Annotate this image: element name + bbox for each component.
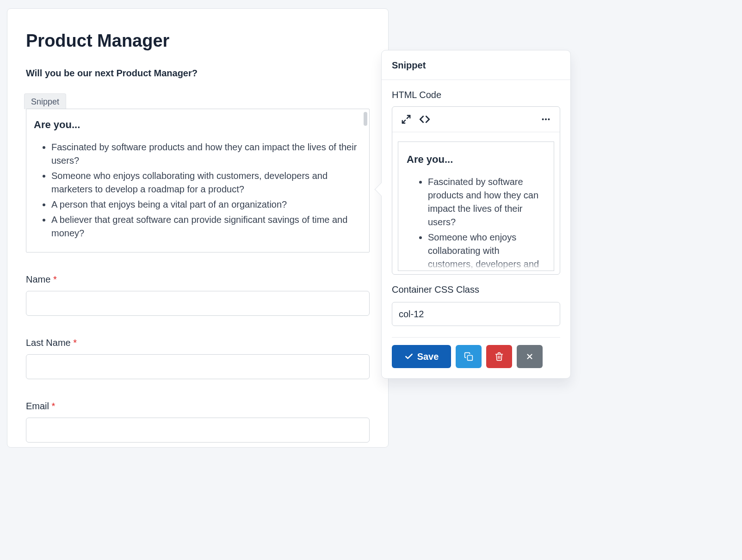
field-label: Name * xyxy=(26,273,370,286)
list-item: A person that enjoys being a vital part … xyxy=(51,198,357,211)
svg-point-1 xyxy=(545,118,547,120)
copy-button[interactable] xyxy=(456,345,482,368)
name-input[interactable] xyxy=(26,291,370,316)
css-class-input[interactable] xyxy=(392,302,560,326)
required-marker: * xyxy=(73,338,77,348)
svg-point-2 xyxy=(548,118,550,120)
label-text: Name xyxy=(26,274,50,284)
field-label: Last Name * xyxy=(26,336,370,350)
copy-icon xyxy=(464,352,473,361)
save-button[interactable]: Save xyxy=(392,345,451,368)
check-icon xyxy=(404,352,414,361)
field-name: Name * xyxy=(26,273,370,316)
editor-toolbar xyxy=(392,107,560,132)
snippet-tab[interactable]: Snippet xyxy=(24,93,66,109)
email-input[interactable] xyxy=(26,418,370,443)
snippet-list: Fascinated by software products and how … xyxy=(34,141,357,240)
panel-title: Snippet xyxy=(392,59,560,72)
close-icon xyxy=(526,352,534,361)
html-code-label: HTML Code xyxy=(392,88,560,102)
last-name-input[interactable] xyxy=(26,354,370,379)
page-title: Product Manager xyxy=(26,28,370,54)
label-text: Last Name xyxy=(26,338,71,348)
label-text: Email xyxy=(26,401,49,411)
field-label: Email * xyxy=(26,400,370,413)
form-card: Product Manager Will you be our next Pro… xyxy=(7,8,389,448)
html-editor: Are you... Fascinated by software produc… xyxy=(392,106,560,275)
divider xyxy=(392,337,560,338)
field-last-name: Last Name * xyxy=(26,336,370,379)
required-marker: * xyxy=(53,274,57,284)
editor-content[interactable]: Are you... Fascinated by software produc… xyxy=(392,132,560,274)
snippet-heading: Are you... xyxy=(407,152,545,167)
list-item: Fascinated by software products and how … xyxy=(51,141,357,167)
more-icon[interactable] xyxy=(538,111,554,127)
panel-header: Snippet xyxy=(382,50,570,80)
delete-button[interactable] xyxy=(486,345,512,368)
panel-actions: Save xyxy=(392,345,560,368)
list-item: Someone who enjoys collaborating with cu… xyxy=(428,231,545,271)
field-email: Email * xyxy=(26,400,370,443)
scrollbar-thumb[interactable] xyxy=(364,112,367,126)
trash-icon xyxy=(495,352,504,361)
list-item: Someone who enjoys collaborating with cu… xyxy=(51,169,357,196)
snippet-block[interactable]: Are you... Fascinated by software produc… xyxy=(26,109,370,252)
list-item: Fascinated by software products and how … xyxy=(428,175,545,229)
svg-rect-3 xyxy=(468,356,473,361)
code-icon[interactable] xyxy=(416,111,433,127)
svg-point-0 xyxy=(542,118,544,120)
list-item: A believer that great software can provi… xyxy=(51,213,357,240)
page-subheading: Will you be our next Product Manager? xyxy=(26,67,370,80)
css-class-label: Container CSS Class xyxy=(392,283,560,296)
expand-icon[interactable] xyxy=(398,111,414,127)
required-marker: * xyxy=(52,401,56,411)
snippet-heading: Are you... xyxy=(34,117,357,132)
snippet-list: Fascinated by software products and how … xyxy=(407,175,545,271)
snippet-settings-panel: Snippet HTML Code xyxy=(381,50,571,379)
save-label: Save xyxy=(417,351,439,362)
close-button[interactable] xyxy=(517,345,543,368)
